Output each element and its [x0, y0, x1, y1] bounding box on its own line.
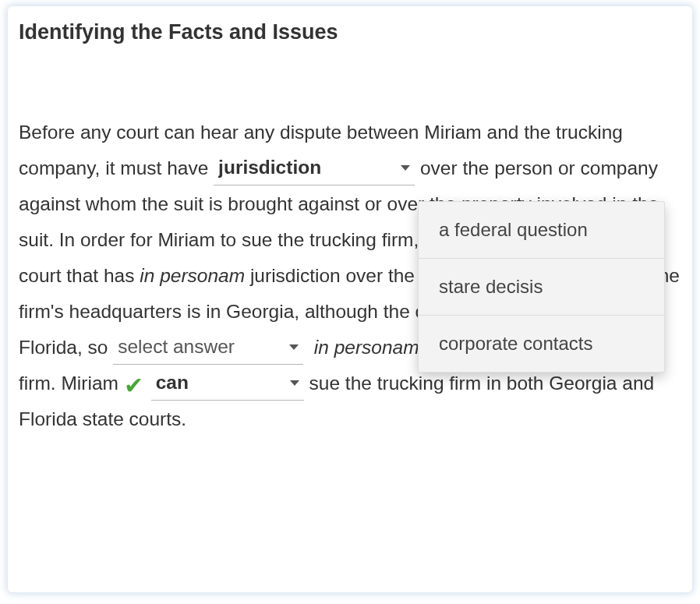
dropdown-menu: a federal question stare decisis corpora… [418, 201, 665, 373]
select-can-wrapper: ✔ can [124, 369, 304, 401]
caret-down-icon [290, 380, 299, 386]
check-icon: ✔ [124, 374, 143, 397]
select-unanswered[interactable]: select answer [113, 334, 303, 365]
italic-term: in personam [314, 337, 419, 358]
select-can-label: can [156, 365, 189, 401]
caret-down-icon [401, 165, 410, 171]
caret-down-icon [289, 344, 299, 350]
italic-term: in personam [140, 265, 245, 286]
select-jurisdiction[interactable]: jurisdiction [214, 154, 415, 185]
dropdown-option[interactable]: stare decisis [419, 259, 664, 316]
select-jurisdiction-label: jurisdiction [218, 150, 321, 185]
select-jurisdiction-wrapper: jurisdiction [214, 154, 415, 185]
select-unanswered-label: select answer [118, 329, 235, 365]
select-blank-wrapper: select answer [113, 334, 303, 365]
question-card: Identifying the Facts and Issues Before … [8, 6, 692, 592]
dropdown-option[interactable]: a federal question [419, 202, 664, 259]
select-can[interactable]: can [151, 369, 304, 401]
body-text-segment: jurisdiction over the [245, 265, 420, 286]
dropdown-option[interactable]: corporate contacts [419, 316, 664, 372]
section-heading: Identifying the Facts and Issues [19, 20, 683, 44]
